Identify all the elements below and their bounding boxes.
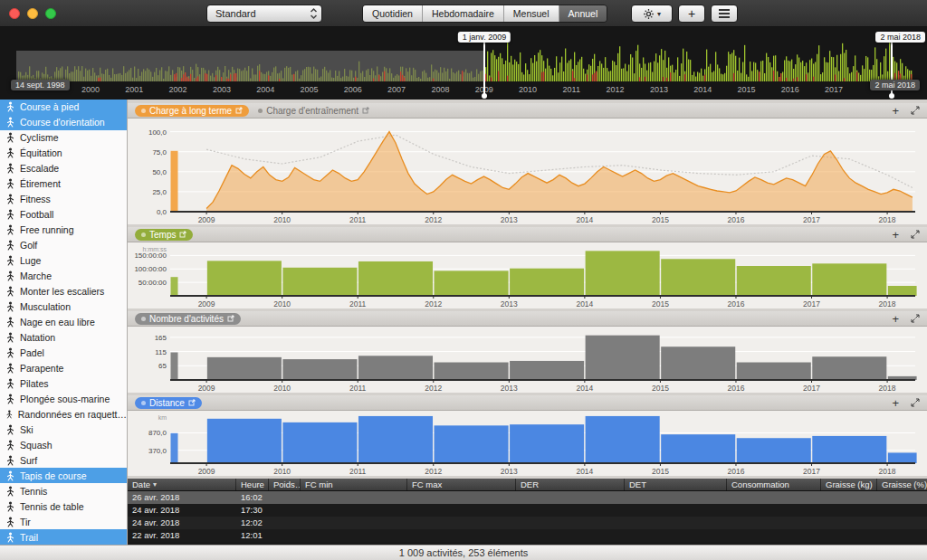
sidebar-item-label: Monter les escaliers [20, 286, 104, 297]
column-header-poids-[interactable]: Poids… [269, 479, 301, 490]
column-header-der[interactable]: DER [516, 479, 625, 490]
activites-badge-label: Nombre d'activités [149, 314, 224, 324]
svg-text:0,0: 0,0 [157, 208, 167, 216]
activities-table: Date▾HeurePoids…FC minFC maxDERDETConsom… [128, 479, 927, 545]
table-row[interactable]: 24 avr. 201812:02 [128, 517, 927, 529]
sidebar-item-natation[interactable]: Natation [0, 330, 127, 346]
cell-empty [269, 504, 301, 517]
segment-hebdomadaire[interactable]: Hebdomadaire [423, 5, 504, 22]
add-series-button[interactable]: + [892, 229, 899, 241]
segment-mensuel[interactable]: Mensuel [504, 5, 559, 22]
sidebar-item-football[interactable]: Football [0, 207, 127, 223]
cell-time: 12:02 [236, 517, 269, 529]
sidebar: Course à piedCourse d'orientationCyclism… [0, 100, 128, 545]
column-header-det[interactable]: DET [625, 479, 727, 490]
add-activity-button[interactable]: + [678, 5, 705, 23]
column-header-heure[interactable]: Heure [236, 479, 269, 490]
svg-text:165: 165 [155, 334, 167, 342]
svg-text:2009: 2009 [198, 384, 215, 393]
selection-end-flag[interactable]: 2 mai 2018 [875, 32, 925, 43]
column-header-graisse-kg-[interactable]: Graisse (kg) [821, 479, 877, 490]
sidebar-item-trail[interactable]: Trail [0, 529, 127, 545]
activites-series-badge[interactable]: Nombre d'activités [135, 313, 241, 325]
svg-text:2018: 2018 [879, 215, 896, 224]
svg-text:2009: 2009 [198, 215, 215, 224]
sidebar-item-golf[interactable]: Golf [0, 238, 127, 253]
close-window-button[interactable] [9, 8, 20, 19]
column-header-fc-min[interactable]: FC min [301, 479, 407, 490]
sidebar-item-label: Golf [20, 240, 37, 251]
table-row[interactable]: 22 avr. 201812:01 [128, 529, 927, 542]
sidebar-item-squash[interactable]: Squash [0, 437, 127, 452]
column-header-consommation[interactable]: Consommation [727, 479, 821, 490]
training-load-series-toggle[interactable]: Charge d'entraînement [258, 106, 369, 116]
add-series-button[interactable]: + [892, 397, 899, 409]
charge-series-badge[interactable]: Charge à long terme [135, 105, 249, 117]
sidebar-item-label: Fitness [20, 194, 51, 204]
distance-series-badge[interactable]: Distance [135, 397, 202, 409]
sidebar-item-label: Natation [20, 332, 55, 343]
sidebar-item-ski[interactable]: Ski [0, 422, 127, 437]
cell-empty [727, 529, 821, 542]
table-row[interactable]: 24 avr. 201817:30 [128, 504, 927, 517]
charge-chart[interactable]: 0,025,050,075,0100,020092010201120122013… [128, 119, 927, 224]
activity-icon [5, 409, 14, 420]
svg-text:2014: 2014 [576, 384, 593, 393]
list-view-button[interactable] [711, 5, 738, 23]
sidebar-item-plong-e-sous-marine[interactable]: Plongée sous-marine [0, 391, 127, 406]
sidebar-item-fitness[interactable]: Fitness [0, 192, 127, 207]
sidebar-item-marche[interactable]: Marche [0, 269, 127, 284]
selection-start-flag[interactable]: 1 janv. 2009 [458, 32, 511, 43]
activity-icon [5, 455, 15, 466]
column-header-graisse-[interactable]: Graisse (%) [877, 479, 927, 490]
sidebar-item-cyclisme[interactable]: Cyclisme [0, 130, 127, 146]
sidebar-item-nage-en-eau-libre[interactable]: Nage en eau libre [0, 315, 127, 330]
settings-button[interactable]: ▾ [631, 5, 673, 23]
sidebar-item-pilates[interactable]: Pilates [0, 375, 127, 391]
activity-icon [5, 255, 15, 266]
add-series-button[interactable]: + [892, 105, 899, 117]
sidebar-item-randonn-es-en-raquett-[interactable]: Randonnées en raquett… [0, 406, 127, 422]
table-row[interactable]: 26 avr. 201816:02 [128, 491, 927, 504]
timeline-scrubber[interactable]: 2000200120022003200420052006200720082009… [0, 27, 927, 100]
expand-chart-button[interactable] [911, 106, 920, 115]
sidebar-item-monter-les-escaliers[interactable]: Monter les escaliers [0, 284, 127, 299]
expand-chart-button[interactable] [911, 230, 920, 239]
activites-chart[interactable]: 6511516520092010201120122013201420152016… [128, 327, 927, 393]
popout-icon [235, 107, 243, 114]
sidebar-item-tapis-de-course[interactable]: Tapis de course [0, 468, 127, 483]
sidebar-item-luge[interactable]: Luge [0, 253, 127, 269]
sidebar-item-musculation[interactable]: Musculation [0, 299, 127, 315]
zoom-window-button[interactable] [45, 8, 56, 19]
sidebar-list[interactable]: Course à piedCourse d'orientationCyclism… [0, 100, 127, 545]
sidebar-item-padel[interactable]: Padel [0, 346, 127, 361]
minimize-window-button[interactable] [27, 8, 38, 19]
segment-quotidien[interactable]: Quotidien [363, 5, 423, 22]
svg-text:2013: 2013 [650, 85, 668, 94]
sidebar-item-tennis-de-table[interactable]: Tennis de table [0, 498, 127, 514]
segment-annuel[interactable]: Annuel [559, 5, 607, 22]
svg-text:2018: 2018 [879, 467, 896, 476]
preset-dropdown[interactable]: Standard [206, 5, 322, 23]
sidebar-item-tir[interactable]: Tir [0, 514, 127, 529]
sidebar-item-surf[interactable]: Surf [0, 452, 127, 468]
sidebar-item-escalade[interactable]: Escalade [0, 161, 127, 176]
column-header-date[interactable]: Date▾ [128, 479, 236, 490]
add-series-button[interactable]: + [892, 313, 899, 325]
column-header-fc-max[interactable]: FC max [407, 479, 516, 490]
sidebar-item-tennis[interactable]: Tennis [0, 483, 127, 498]
sidebar-item-parapente[interactable]: Parapente [0, 360, 127, 375]
expand-chart-button[interactable] [911, 398, 920, 407]
cell-empty [877, 529, 927, 542]
sidebar-item-free-running[interactable]: Free running [0, 223, 127, 238]
sidebar-item-course-d-orientation[interactable]: Course d'orientation [0, 115, 127, 130]
expand-chart-button[interactable] [911, 314, 920, 323]
svg-text:75,0: 75,0 [152, 148, 167, 157]
distance-chart[interactable]: 370,0870,0km2009201020112012201320142015… [128, 411, 927, 476]
sidebar-item--tirement[interactable]: Étirement [0, 176, 127, 192]
sidebar-item--quitation[interactable]: Équitation [0, 146, 127, 161]
sidebar-item-course-pied[interactable]: Course à pied [0, 100, 127, 115]
temps-chart[interactable]: 50:00:00100:00:00150:00:00h:mm:ss2009201… [128, 242, 927, 308]
svg-text:2010: 2010 [519, 85, 537, 94]
temps-series-badge[interactable]: Temps [135, 229, 193, 241]
